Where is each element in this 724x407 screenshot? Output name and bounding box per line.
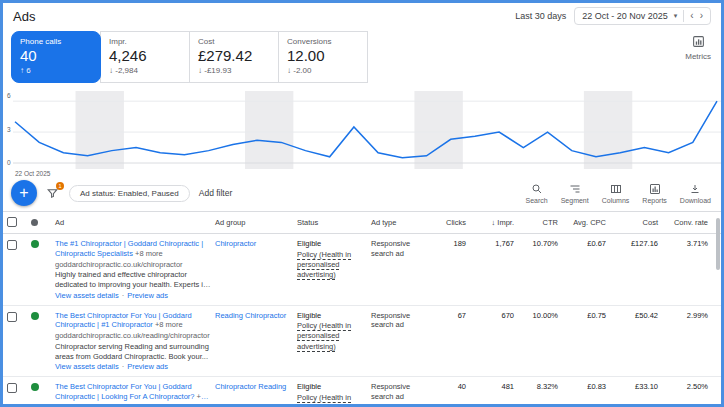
ad-display-url: goddardchiropractic.co.uk/reading/chirop… <box>55 331 211 341</box>
scorecard-label: Phone calls <box>20 37 92 46</box>
avg-cpc-cell: £0.83 <box>567 382 615 391</box>
preview-ads-link[interactable]: Preview ads <box>127 362 168 371</box>
filter-funnel-button[interactable]: 1 <box>46 186 60 200</box>
status-column-icon[interactable] <box>31 219 38 226</box>
col-impressions-sorted-desc[interactable]: ↓ Impr. <box>475 218 523 227</box>
toolbar-label: Segment <box>561 197 589 204</box>
ad-group-link[interactable]: Chiropractor <box>215 239 256 248</box>
y-tick: 3 <box>7 126 11 133</box>
y-tick: 6 <box>7 92 11 99</box>
ad-group-link[interactable]: Chiropractor Reading <box>215 382 286 391</box>
page-title: Ads <box>13 9 35 24</box>
metrics-label: Metrics <box>685 52 711 61</box>
policy-detail-link[interactable]: Policy (Health in personalised advertisi… <box>297 393 367 407</box>
col-ad-type[interactable]: Ad type <box>371 218 431 228</box>
clicks-cell: 40 <box>431 382 475 391</box>
date-controls: Last 30 days 22 Oct - 20 Nov 2025 ▾ ‹ › <box>515 7 711 25</box>
enabled-status-dot[interactable] <box>31 383 39 391</box>
date-preset-label: Last 30 days <box>515 11 566 21</box>
scorecard-phone-calls[interactable]: Phone calls 40 ↑ 6 <box>11 31 101 83</box>
scorecard-conversions[interactable]: Conversions 12.00 ↓ -2.00 <box>278 31 368 83</box>
link-separator: · <box>122 362 125 371</box>
toolbar-label: Reports <box>642 197 667 204</box>
policy-detail-link[interactable]: Policy (Health in personalised advertisi… <box>297 321 367 351</box>
ad-group-link[interactable]: Reading Chiropractor <box>215 311 286 320</box>
add-filter-button[interactable]: Add filter <box>199 188 233 198</box>
vertical-scrollbar[interactable] <box>716 218 720 270</box>
clicks-cell: 67 <box>431 311 475 320</box>
avg-cpc-cell: £0.75 <box>567 311 615 320</box>
scorecard-value: £279.42 <box>198 47 270 64</box>
toolbar-download[interactable]: Download <box>680 183 711 204</box>
scorecard-impressions[interactable]: Impr. 4,246 ↓ -2,984 <box>100 31 190 83</box>
divider <box>683 10 684 22</box>
ad-cell: The Best Chiropractor For You | Goddard … <box>55 382 215 407</box>
select-all-checkbox[interactable] <box>7 217 17 227</box>
col-conv-rate[interactable]: Conv. rate <box>667 218 717 227</box>
impressions-cell: 670 <box>475 311 523 320</box>
ad-title-text: The #1 Chiropractor | Goddard Chiropract… <box>55 239 203 258</box>
cost-cell: £33.10 <box>615 382 667 391</box>
metrics-button[interactable]: Metrics <box>685 31 711 83</box>
next-period-icon[interactable]: › <box>700 11 703 21</box>
add-button[interactable]: + <box>11 180 37 206</box>
col-clicks[interactable]: Clicks <box>431 218 475 227</box>
chevron-down-icon: ▾ <box>674 12 678 20</box>
scorecard-label: Cost <box>198 37 270 46</box>
y-tick: 0 <box>7 159 11 166</box>
col-cost[interactable]: Cost <box>615 218 667 227</box>
scorecard-row: Phone calls 40 ↑ 6 Impr. 4,246 ↓ -2,984 … <box>3 29 721 89</box>
status-cell: Eligible Policy (Health in personalised … <box>297 311 371 352</box>
y-axis-ticks: 6 3 0 <box>7 91 11 169</box>
scorecard-label: Conversions <box>287 37 359 46</box>
view-assets-details-link[interactable]: View assets details <box>55 362 119 371</box>
col-ctr[interactable]: CTR <box>523 218 567 227</box>
toolbar-segment[interactable]: Segment <box>561 183 589 204</box>
enabled-status-dot[interactable] <box>31 312 39 320</box>
ad-title-link[interactable]: The Best Chiropractor For You | Goddard … <box>55 382 211 402</box>
top-bar: Ads Last 30 days 22 Oct - 20 Nov 2025 ▾ … <box>3 3 721 29</box>
toolbar-search[interactable]: Search <box>526 183 548 204</box>
ad-title-link[interactable]: The #1 Chiropractor | Goddard Chiropract… <box>55 239 211 259</box>
scorecard-label: Impr. <box>109 37 181 46</box>
ad-description: Highly trained and effective chiropracto… <box>55 270 211 290</box>
policy-detail-link[interactable]: Policy (Health in personalised advertisi… <box>297 250 367 280</box>
table-row[interactable]: The #1 Chiropractor | Goddard Chiropract… <box>3 234 721 306</box>
enabled-status-dot[interactable] <box>31 240 39 248</box>
cost-cell: £50.42 <box>615 311 667 320</box>
toolbar-reports[interactable]: Reports <box>642 183 667 204</box>
timeseries-chart[interactable]: 6 3 0 <box>3 91 721 169</box>
metrics-icon <box>692 35 705 50</box>
ad-more-headlines: +8 more <box>135 249 163 258</box>
date-range-picker[interactable]: 22 Oct - 20 Nov 2025 ▾ ‹ › <box>574 7 711 25</box>
table-controls: + 1 Ad status: Enabled, Paused Add filte… <box>3 177 721 211</box>
cost-cell: £127.16 <box>615 239 667 248</box>
search-icon <box>531 183 543 196</box>
status-value: Eligible <box>297 311 367 321</box>
toolbar-label: Download <box>680 197 711 204</box>
toolbar-columns[interactable]: Columns <box>602 183 630 204</box>
row-checkbox[interactable] <box>7 383 17 393</box>
filter-count-badge: 1 <box>56 182 64 190</box>
scorecard-delta: ↓ -2.00 <box>287 66 359 75</box>
add-icon: + <box>19 184 28 202</box>
col-avg-cpc[interactable]: Avg. CPC <box>567 218 615 227</box>
row-checkbox[interactable] <box>7 312 17 322</box>
table-row[interactable]: The Best Chiropractor For You | Goddard … <box>3 377 721 407</box>
preview-ads-link[interactable]: Preview ads <box>127 291 168 300</box>
row-checkbox[interactable] <box>7 240 17 250</box>
scorecard-cost[interactable]: Cost £279.42 ↓ -£19.93 <box>189 31 279 83</box>
columns-icon <box>610 183 622 196</box>
col-status[interactable]: Status <box>297 218 371 227</box>
col-ad[interactable]: Ad <box>55 218 215 227</box>
ad-type-cell: Responsive search ad <box>371 239 431 259</box>
ad-status-filter-chip[interactable]: Ad status: Enabled, Paused <box>69 185 190 202</box>
ad-type-cell: Responsive search ad <box>371 382 431 402</box>
status-value: Eligible <box>297 382 367 392</box>
link-separator: · <box>122 291 125 300</box>
view-assets-details-link[interactable]: View assets details <box>55 291 119 300</box>
table-row[interactable]: The Best Chiropractor For You | Goddard … <box>3 306 721 378</box>
ad-title-link[interactable]: The Best Chiropractor For You | Goddard … <box>55 311 211 331</box>
prev-period-icon[interactable]: ‹ <box>690 11 693 21</box>
col-ad-group[interactable]: Ad group <box>215 218 297 227</box>
